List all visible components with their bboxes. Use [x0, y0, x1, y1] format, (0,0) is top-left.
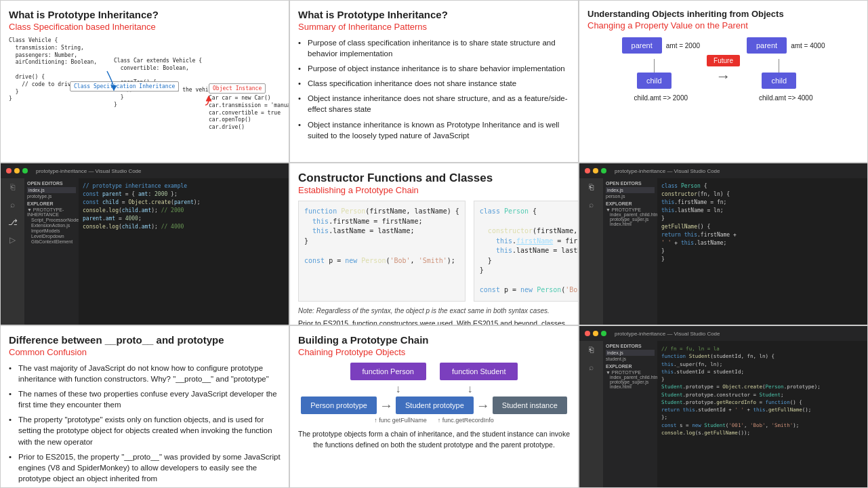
dot-green [22, 168, 28, 174]
sidebar-icon-debug[interactable]: ▷ [1, 231, 24, 249]
editor-4-code: // prototype inheritance example const p… [79, 178, 289, 325]
sidebar-9-search[interactable]: ⌕ [579, 359, 603, 376]
filetree-6-c[interactable]: index.html [606, 222, 655, 226]
sidebar-icon-git[interactable]: ⎇ [1, 214, 24, 231]
p8-down-arrows: ↓ ↓ [298, 383, 570, 395]
p5-title: Constructor Functions and Classes [298, 171, 570, 185]
p5-subtitle: Establishing a Prototype Chain [298, 185, 570, 195]
bullet-3: Class specification inheritance does not… [298, 78, 570, 89]
dot-green-6 [601, 168, 606, 174]
editor-9-filetree: OPEN EDITORS index.js student.js EXPLORE… [603, 341, 657, 487]
after-group: parent amt = 4000 child child.amt => 400… [747, 37, 825, 102]
line-before [654, 59, 655, 73]
sidebar-9-files[interactable]: ⎗ [579, 341, 603, 359]
filetree-item-8[interactable]: GtbContextElement [27, 239, 76, 244]
vehicle-code: Class Vehicle { transmission: String, pa… [9, 37, 107, 103]
bullet-2: Purpose of object instance inheritance i… [298, 63, 570, 74]
editor-4-sidebar: ⎗ ⌕ ⎇ ▷ [1, 178, 24, 325]
sidebar-icon-files[interactable]: ⎗ [1, 178, 24, 196]
sidebar-icon-search[interactable]: ⌕ [1, 196, 24, 214]
dot-yellow [14, 168, 20, 174]
before-group: parent amt = 2000 child child.amt => 200… [622, 37, 701, 102]
student-proto-box: Student prototype [396, 396, 474, 414]
p2-title: What is Prototype Inheritance? [298, 9, 570, 20]
p7-bullet-4: Prior to ES2015, the property "__proto__… [9, 451, 281, 484]
line-after [779, 59, 779, 73]
sidebar-6-search[interactable]: ⌕ [579, 196, 603, 214]
filetree-6-item1[interactable]: index.js [606, 187, 655, 193]
future-box: Future [707, 55, 740, 66]
p7-bullets: The vast majority of JavaScript do not k… [9, 363, 281, 484]
filetree-6-item2[interactable]: person.js [606, 194, 655, 199]
future-right-arrow: → [716, 69, 731, 84]
filetree-6-dir[interactable]: ▼ PROTOTYPE [606, 207, 655, 212]
filetree-item-4[interactable]: Script_ProcessorNode [27, 218, 76, 222]
p7-bullet-2: The names of these two properties confus… [9, 388, 281, 410]
before-child-box: child [637, 73, 671, 89]
p8-labels-row: ↑ func getFullName ↑ func.getRecordInfo [298, 417, 570, 424]
filetree-label: OPEN EDITORS [27, 181, 76, 186]
filetree-6-label: OPEN EDITORS [606, 181, 655, 186]
editor-9-sidebar: ⎗ ⌕ [579, 341, 603, 487]
editor-4-header: prototype-inheritance — Visual Studio Co… [1, 163, 289, 178]
editor-6-filetree: OPEN EDITORS index.js person.js EXPLORER… [603, 178, 657, 325]
filetree-9-item1[interactable]: index.js [606, 350, 655, 356]
editor-6-title: prototype-inheritance — Visual Studio Co… [615, 168, 720, 174]
p3-title: Understanding Objects inheriting from Ob… [587, 9, 859, 19]
editor-9-code: // fn = fu, ln = la function Student(stu… [657, 341, 867, 487]
filetree-9-dir[interactable]: ▼ PROTOTYPE [606, 370, 655, 375]
after-child-box: child [762, 73, 796, 89]
panel-8: Building a Prototype Chain Chaining Prot… [289, 325, 579, 488]
editor-9-title: prototype-inheritance — Visual Studio Co… [615, 331, 720, 337]
editor-9-body: ⎗ ⌕ OPEN EDITORS index.js student.js EXP… [579, 341, 867, 487]
student-instance-box: Student instance [493, 396, 567, 414]
editor-6-header: prototype-inheritance — Visual Studio Co… [579, 163, 867, 178]
future-arrow-group: Future → [707, 55, 740, 84]
panel-3: Understanding Objects inheriting from Ob… [579, 0, 868, 163]
person-proto-box: Person prototype [301, 396, 377, 414]
dot-red [6, 168, 12, 174]
filetree-9-a[interactable]: index_parent_child.html [606, 375, 655, 380]
arrow-down-1: ↓ [396, 383, 401, 395]
panel-5: Constructor Functions and Classes Establ… [289, 163, 579, 325]
filetree-6-b[interactable]: prototype_super.js [606, 217, 655, 222]
before-parent-amt: amt = 2000 [666, 42, 700, 49]
p1-subtitle: Class Specification based Inheritance [9, 22, 281, 32]
dot-yellow-6 [593, 168, 598, 174]
panel-2: What is Prototype Inheritance? Summary o… [289, 0, 579, 163]
filetree-9-b[interactable]: prototype_super.js [606, 380, 655, 384]
editor-4-filetree: OPEN EDITORS index.js prototype.js EXPLO… [24, 178, 79, 325]
filetree-6-a[interactable]: index_parent_child.html [606, 212, 655, 217]
filetree-item-2[interactable]: prototype.js [27, 194, 76, 199]
p3-diagram: parent amt = 2000 child child.amt => 200… [587, 37, 859, 102]
filetree-9-item2[interactable]: student.js [606, 357, 655, 361]
after-parent-amt: amt = 4000 [791, 42, 825, 49]
object-instance-label: Object Instance [209, 83, 266, 94]
instance-code: Car car = new Car() car.transmission = '… [209, 95, 289, 131]
filetree-item-6[interactable]: ImportModels [27, 228, 76, 233]
p3-subtitle: Changing a Property Value on the Parent [587, 20, 859, 30]
panel-6-editor: prototype-inheritance — Visual Studio Co… [579, 163, 868, 325]
p7-bullet-1: The vast majority of JavaScript do not k… [9, 363, 281, 384]
editor-6-sidebar: ⎗ ⌕ [579, 178, 603, 325]
filetree-6-explorer: EXPLORER [606, 201, 655, 206]
filetree-item-1[interactable]: index.js [27, 187, 76, 193]
p2-bullets: Purpose of class specification inheritan… [298, 37, 570, 141]
filetree-item-5[interactable]: ExtensionAction.js [27, 223, 76, 228]
before-child-amt: child.amt => 2000 [634, 94, 688, 102]
class-spec-label: Class Specification Inheritance [70, 81, 179, 92]
p7-bullet-3: The property "prototype" exists only on … [9, 414, 281, 447]
sidebar-6-files[interactable]: ⎗ [579, 178, 603, 196]
dot-red-9 [585, 331, 590, 336]
filetree-item-7[interactable]: LevelDropdown [27, 234, 76, 239]
dot-green-9 [601, 331, 606, 336]
before-parent-box: parent [622, 37, 662, 54]
filetree-item-3[interactable]: ▼ PROTOTYPE-INHERITANCE [27, 207, 76, 217]
p5-code-examples: function Person(firstName, lastName) { t… [298, 201, 570, 302]
filetree-9-c[interactable]: index.html [606, 384, 655, 389]
p7-subtitle: Common Confusion [9, 347, 281, 357]
editor-6-code: class Person { constructor(fn, ln) { thi… [657, 178, 867, 325]
p5-note: Note: Regardless of the syntax, the obje… [298, 307, 570, 314]
dot-red-6 [585, 168, 590, 174]
editor-6-body: ⎗ ⌕ OPEN EDITORS index.js person.js EXPL… [579, 178, 867, 325]
